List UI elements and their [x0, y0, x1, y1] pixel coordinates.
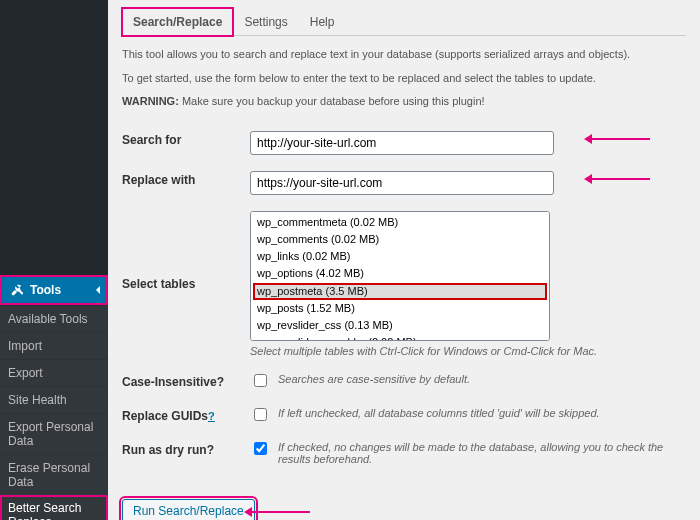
label-case: Case-Insensitive? [122, 365, 250, 399]
table-option[interactable]: wp_revslider_css_bkp (0.02 MB) [253, 334, 547, 341]
table-option[interactable]: wp_links (0.02 MB) [253, 248, 547, 265]
tab-search-replace[interactable]: Search/Replace [122, 8, 233, 36]
label-guid: Replace GUIDs? [122, 399, 250, 433]
dry-run-checkbox[interactable] [254, 442, 267, 455]
warning-label: WARNING: [122, 95, 179, 107]
table-option[interactable]: wp_options (4.02 MB) [253, 265, 547, 282]
table-option[interactable]: wp_commentmeta (0.02 MB) [253, 214, 547, 231]
tables-hint: Select multiple tables with Ctrl-Click f… [250, 345, 686, 357]
replace-with-input[interactable] [250, 171, 554, 195]
caret-left-icon [96, 286, 100, 294]
sidebar-item-import[interactable]: Import [0, 332, 108, 359]
annotation-arrow-icon [250, 511, 310, 513]
select-tables[interactable]: wp_commentmeta (0.02 MB) wp_comments (0.… [250, 211, 550, 341]
wrench-icon [10, 283, 24, 297]
sidebar-tools-header[interactable]: Tools [0, 275, 108, 305]
sidebar-item-export[interactable]: Export [0, 359, 108, 386]
intro-line-1: This tool allows you to search and repla… [122, 46, 686, 64]
main-content: Search/Replace Settings Help This tool a… [108, 0, 700, 520]
table-option[interactable]: wp_posts (1.52 MB) [253, 300, 547, 317]
search-for-input[interactable] [250, 131, 554, 155]
tab-help[interactable]: Help [299, 8, 346, 36]
replace-guids-checkbox[interactable] [254, 408, 267, 421]
annotation-arrow-icon [590, 178, 650, 180]
intro-line-2: To get started, use the form below to en… [122, 70, 686, 88]
run-search-replace-button[interactable]: Run Search/Replace [122, 499, 255, 520]
sidebar-item-export-personal[interactable]: Export Personal Data [0, 413, 108, 454]
case-hint: Searches are case-sensitive by default. [278, 373, 470, 385]
sidebar-item-erase-personal[interactable]: Erase Personal Data [0, 454, 108, 495]
sidebar-item-better-search-replace[interactable]: Better Search Replace [0, 495, 108, 520]
label-select-tables: Select tables [122, 203, 250, 365]
sidebar-tools-label: Tools [30, 283, 61, 297]
label-search-for: Search for [122, 123, 250, 163]
intro-text: This tool allows you to search and repla… [122, 46, 686, 111]
table-option[interactable]: wp_comments (0.02 MB) [253, 231, 547, 248]
admin-sidebar: Tools Available Tools Import Export Site… [0, 0, 108, 520]
table-option-postmeta[interactable]: wp_postmeta (3.5 MB) [253, 283, 547, 300]
sidebar-item-site-health[interactable]: Site Health [0, 386, 108, 413]
warning-text: Make sure you backup your database befor… [179, 95, 485, 107]
sidebar-item-available-tools[interactable]: Available Tools [0, 305, 108, 332]
guid-hint: If left unchecked, all database columns … [278, 407, 600, 419]
case-insensitive-checkbox[interactable] [254, 374, 267, 387]
tab-bar: Search/Replace Settings Help [122, 8, 686, 36]
table-option[interactable]: wp_revslider_css (0.13 MB) [253, 317, 547, 334]
tab-settings[interactable]: Settings [233, 8, 298, 36]
guid-help-link[interactable]: ? [208, 410, 215, 422]
label-dry-run: Run as dry run? [122, 433, 250, 473]
label-replace-with: Replace with [122, 163, 250, 203]
annotation-arrow-icon [590, 138, 650, 140]
dry-run-hint: If checked, no changes will be made to t… [278, 441, 686, 465]
